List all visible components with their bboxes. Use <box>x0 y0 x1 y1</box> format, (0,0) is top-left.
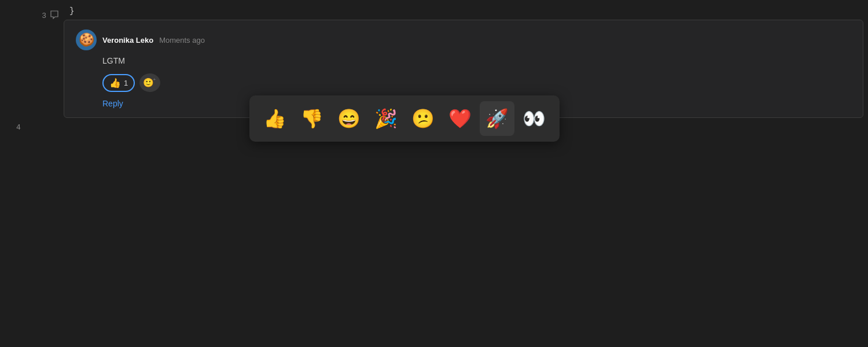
comment-header: 🍪 Veronika Leko Moments ago <box>76 29 851 50</box>
comment-time: Moments ago <box>159 36 205 45</box>
reaction-count: 1 <box>124 79 128 87</box>
emoji-thumbs-up[interactable]: 👍 <box>258 101 292 136</box>
avatar: 🍪 <box>76 29 97 50</box>
smiley-plus-icon: 🙂+ <box>143 77 157 88</box>
main-content: } 🍪 Veronika Leko Moments ago LGTM 👍 1 🙂… <box>64 0 868 347</box>
emoji-rocket[interactable]: 🚀 <box>480 101 514 136</box>
emoji-party[interactable]: 🎉 <box>369 101 403 136</box>
comment-panel: 🍪 Veronika Leko Moments ago LGTM 👍 1 🙂+ … <box>64 20 863 118</box>
line-number-4: 4 <box>16 123 21 131</box>
line-number-3: 3 <box>42 12 46 20</box>
reaction-emoji: 👍 <box>109 77 121 88</box>
emoji-grinning[interactable]: 😄 <box>332 101 366 136</box>
reactions-row: 👍 1 🙂+ <box>76 73 851 92</box>
comment-icon[interactable] <box>50 10 59 21</box>
line-gutter: 3 <box>0 0 64 347</box>
emoji-confused[interactable]: 😕 <box>406 101 440 136</box>
closing-brace: } <box>69 6 74 16</box>
emoji-picker: 👍 👎 😄 🎉 😕 ❤️ 🚀 👀 <box>249 95 560 142</box>
emoji-eyes[interactable]: 👀 <box>517 101 551 136</box>
comment-meta: Veronika Leko Moments ago <box>102 36 205 45</box>
code-line-3: } <box>64 5 868 17</box>
comment-body: LGTM <box>76 56 851 65</box>
emoji-thumbs-down[interactable]: 👎 <box>295 101 329 136</box>
add-reaction-button[interactable]: 🙂+ <box>139 73 160 92</box>
thumbs-up-reaction[interactable]: 👍 1 <box>102 74 135 92</box>
avatar-emoji: 🍪 <box>79 34 94 46</box>
emoji-heart[interactable]: ❤️ <box>443 101 477 136</box>
author-name: Veronika Leko <box>102 36 153 45</box>
